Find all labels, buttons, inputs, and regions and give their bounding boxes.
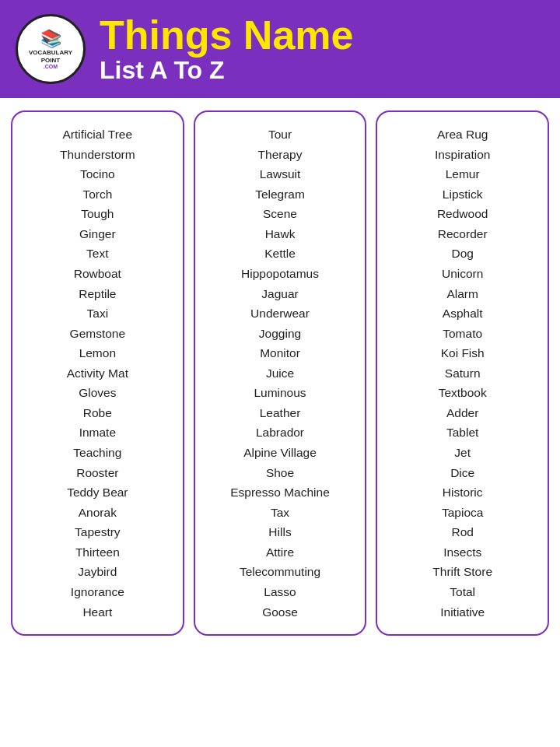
list-item: Lemon	[79, 343, 116, 363]
list-item: Ginger	[79, 224, 116, 244]
list-item: Shoe	[266, 463, 294, 483]
list-item: Underwear	[250, 303, 310, 324]
list-item: Textbook	[439, 383, 487, 403]
column-2: TourTherapyLawsuitTelegramSceneHawkKettl…	[194, 110, 367, 636]
list-item: Inspiration	[435, 145, 491, 165]
list-item: Jogging	[259, 324, 301, 344]
list-item: Hawk	[265, 224, 296, 244]
list-item: Telegram	[255, 184, 305, 205]
list-item: Labrador	[256, 423, 304, 443]
list-item: Artificial Tree	[63, 124, 133, 145]
column-1: Artificial TreeThunderstormTocinoTorchTo…	[11, 110, 184, 636]
list-item: Dice	[450, 463, 474, 483]
logo-com: .COM	[44, 64, 58, 69]
list-item: Goose	[262, 602, 298, 622]
list-item: Monitor	[260, 343, 300, 363]
list-item: Tocino	[80, 164, 115, 184]
list-item: Tablet	[446, 423, 478, 443]
list-item: Historic	[443, 482, 483, 503]
header-text: Things Name List A To Z	[100, 14, 354, 84]
list-item: Scene	[263, 204, 297, 224]
list-item: Teddy Bear	[67, 482, 128, 503]
list-item: Tomato	[443, 324, 482, 344]
list-item: Inmate	[79, 423, 116, 443]
list-item: Lemur	[446, 164, 480, 184]
list-item: Alarm	[446, 284, 478, 304]
list-item: Juice	[266, 363, 294, 384]
list-item: Dog	[451, 244, 473, 264]
list-item: Thrift Store	[432, 562, 492, 582]
list-item: Jaguar	[261, 284, 298, 304]
content-area: Artificial TreeThunderstormTocinoTorchTo…	[0, 98, 560, 648]
list-item: Rowboat	[74, 264, 121, 284]
list-item: Hippopotamus	[241, 264, 319, 284]
list-item: Luminous	[254, 383, 306, 403]
logo-icon: 📚	[40, 29, 61, 49]
list-item: Teaching	[73, 443, 121, 463]
list-item: Thirteen	[75, 542, 120, 563]
list-item: Attire	[266, 542, 294, 563]
list-item: Adder	[446, 403, 478, 423]
list-item: Jet	[454, 443, 471, 463]
column-3: Area RugInspirationLemurLipstickRedwoodR…	[376, 110, 549, 636]
list-item: Tour	[268, 124, 292, 145]
list-item: Area Rug	[437, 124, 488, 145]
list-item: Torch	[82, 184, 112, 205]
logo: 📚 VOCABULARYPOINT .COM	[16, 14, 86, 84]
list-item: Tough	[81, 204, 114, 224]
list-item: Jaybird	[78, 562, 117, 582]
list-item: Lasso	[264, 582, 296, 602]
list-item: Reptile	[79, 284, 116, 304]
list-item: Robe	[83, 403, 112, 423]
list-item: Insects	[443, 542, 481, 563]
list-item: Asphalt	[443, 303, 483, 324]
list-item: Ignorance	[71, 582, 124, 602]
header-title: Things Name	[100, 14, 354, 57]
list-item: Rooster	[76, 463, 118, 483]
list-item: Heart	[82, 602, 112, 622]
header: 📚 VOCABULARYPOINT .COM Things Name List …	[0, 0, 560, 98]
list-item: Espresso Machine	[230, 482, 330, 503]
list-item: Lipstick	[443, 184, 483, 205]
list-item: Taxi	[87, 303, 109, 324]
list-item: Redwood	[437, 204, 488, 224]
list-item: Activity Mat	[67, 363, 128, 384]
list-item: Text	[86, 244, 108, 264]
header-subtitle: List A To Z	[100, 57, 225, 84]
list-item: Thunderstorm	[60, 145, 135, 165]
list-item: Koi Fish	[441, 343, 485, 363]
list-item: Kettle	[264, 244, 296, 264]
page-wrapper: 📚 VOCABULARYPOINT .COM Things Name List …	[0, 0, 560, 648]
list-item: Tapestry	[75, 522, 121, 542]
list-item: Saturn	[445, 363, 481, 384]
list-item: Rod	[451, 522, 473, 542]
list-item: Tapioca	[442, 503, 483, 523]
list-item: Alpine Village	[243, 443, 317, 463]
list-item: Hills	[268, 522, 291, 542]
list-item: Gloves	[79, 383, 116, 403]
list-item: Recorder	[438, 224, 488, 244]
list-item: Unicorn	[442, 264, 483, 284]
list-item: Total	[450, 582, 475, 602]
list-item: Leather	[260, 403, 301, 423]
list-item: Anorak	[79, 503, 117, 523]
logo-vocabulary: VOCABULARYPOINT	[29, 49, 72, 64]
list-item: Gemstone	[70, 324, 126, 344]
list-item: Tax	[271, 503, 289, 523]
list-item: Telecommuting	[240, 562, 320, 582]
list-item: Lawsuit	[260, 164, 301, 184]
list-item: Initiative	[440, 602, 485, 622]
list-item: Therapy	[258, 145, 303, 165]
